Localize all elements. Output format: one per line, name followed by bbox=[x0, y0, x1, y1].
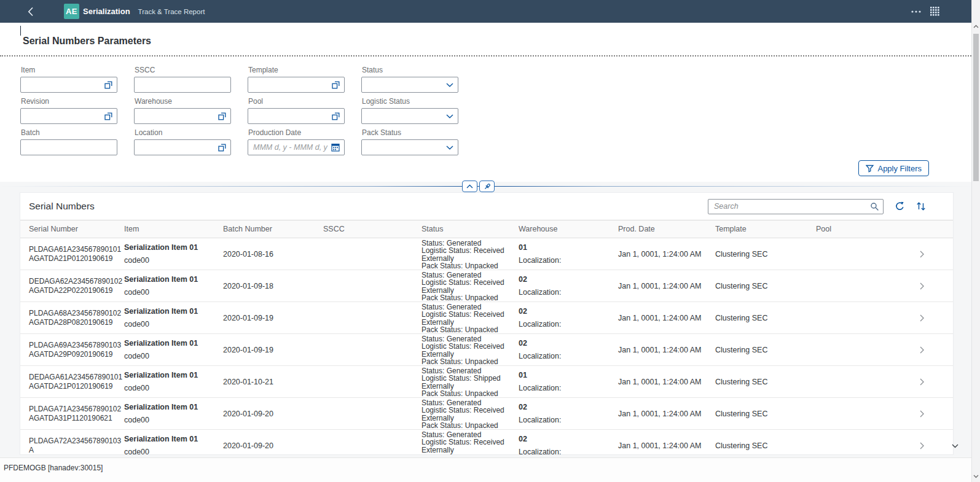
vertical-scrollbar[interactable] bbox=[971, 0, 980, 482]
filter-field-input[interactable] bbox=[362, 109, 458, 123]
logistic-status-line: Logistic Status: Received Externally bbox=[421, 343, 516, 358]
filter-field-input[interactable] bbox=[248, 109, 344, 123]
filter-form: Item bbox=[20, 66, 458, 160]
apply-filters-button[interactable]: Apply Filters bbox=[858, 160, 929, 176]
filter-field-label: Revision bbox=[21, 97, 117, 106]
filter-row-2: Revision bbox=[20, 97, 458, 124]
warehouse-localization: Localization: bbox=[519, 257, 613, 265]
cell-status: Status: Generated Logistic Status: Recei… bbox=[421, 270, 519, 302]
row-navigation-chevron[interactable] bbox=[911, 302, 953, 334]
column-header: Status bbox=[421, 225, 519, 233]
overflow-menu-button[interactable] bbox=[911, 10, 921, 14]
scrollbar-down-arrow[interactable] bbox=[972, 475, 980, 478]
system-connection-text: PFDEMOGB [hanadev:30015] bbox=[4, 464, 103, 472]
filter-field-input[interactable] bbox=[248, 77, 344, 92]
chevron-right-icon bbox=[920, 378, 924, 386]
chevron-down-icon[interactable] bbox=[446, 109, 453, 123]
refresh-icon bbox=[895, 201, 905, 212]
filter-field: Template bbox=[248, 66, 345, 93]
cell-item: Serialization Item 01 code00 bbox=[124, 371, 223, 392]
back-button[interactable] bbox=[25, 6, 37, 18]
filter-field-box bbox=[248, 139, 345, 155]
cell-prod-date: Jan 1, 0001, 1:24:00 AM bbox=[618, 250, 715, 258]
item-name: Serialization Item 01 bbox=[124, 371, 218, 379]
item-name: Serialization Item 01 bbox=[124, 403, 218, 411]
warehouse-number: 02 bbox=[519, 403, 613, 411]
filter-field-input[interactable] bbox=[135, 77, 230, 92]
filter-field-box bbox=[20, 108, 117, 124]
filter-field-input[interactable] bbox=[362, 77, 458, 92]
value-help-icon[interactable] bbox=[104, 77, 112, 92]
filter-field-input[interactable] bbox=[248, 140, 344, 155]
scroll-down-hint[interactable] bbox=[950, 441, 960, 451]
cell-item: Serialization Item 01 code00 bbox=[124, 307, 223, 328]
pack-status-line: Pack Status: Unpacked bbox=[421, 390, 516, 397]
value-help-icon[interactable] bbox=[218, 140, 226, 155]
table-row[interactable]: PLDAGA61A234567890101AGATDA21P0120190619… bbox=[20, 238, 953, 270]
value-help-icon[interactable] bbox=[104, 109, 112, 123]
cell-item: Serialization Item 01 code00 bbox=[124, 339, 223, 360]
cell-item: Serialization Item 01 code00 bbox=[124, 403, 223, 424]
item-code: code00 bbox=[124, 257, 218, 265]
filter-field-input[interactable] bbox=[21, 140, 117, 155]
column-header: Template bbox=[715, 225, 816, 233]
calendar-icon[interactable] bbox=[331, 140, 340, 155]
table-row[interactable]: PLDAGA68A234567890102AGATDA28P0820190619… bbox=[20, 302, 953, 334]
value-help-icon[interactable] bbox=[332, 109, 340, 123]
app-switcher-grid-icon bbox=[930, 7, 940, 16]
value-help-icon[interactable] bbox=[332, 77, 340, 92]
filter-field-box bbox=[361, 139, 458, 155]
pin-panel-button[interactable] bbox=[479, 181, 495, 192]
row-navigation-chevron[interactable] bbox=[911, 366, 953, 398]
filter-field-box bbox=[361, 77, 458, 93]
search-input[interactable] bbox=[708, 200, 883, 214]
scrollbar-up-arrow[interactable] bbox=[972, 25, 980, 28]
table-row[interactable]: PLDAGA71A234567890102AGATDA31P1120190621… bbox=[20, 398, 953, 430]
row-navigation-chevron[interactable] bbox=[911, 270, 953, 302]
refresh-button[interactable] bbox=[895, 201, 905, 212]
app-title: Serialization bbox=[83, 7, 130, 16]
filter-field-label: Location bbox=[135, 128, 231, 137]
logistic-status-line: Logistic Status: Received Externally bbox=[421, 247, 516, 262]
table-row[interactable]: PLDAGA69A234567890103AGATDA29P0920190619… bbox=[20, 334, 953, 366]
collapse-panel-button[interactable] bbox=[462, 181, 477, 192]
filter-field-input[interactable] bbox=[21, 109, 117, 123]
item-name: Serialization Item 01 bbox=[124, 275, 218, 284]
table-row[interactable]: DEDAGA62A234567890102AGATDA22P0220190619… bbox=[20, 270, 953, 302]
column-header: Serial Number bbox=[29, 225, 124, 233]
search-box bbox=[708, 199, 884, 214]
app-switcher-button[interactable] bbox=[930, 7, 940, 16]
search-icon[interactable] bbox=[870, 200, 879, 214]
filter-field-box bbox=[248, 108, 345, 124]
filter-field-input[interactable] bbox=[135, 140, 230, 155]
app-logo: AE bbox=[64, 4, 79, 19]
filter-field-input[interactable] bbox=[135, 109, 230, 123]
row-navigation-chevron[interactable] bbox=[911, 334, 953, 366]
cell-template: Clustering SEC bbox=[715, 378, 816, 386]
logistic-status-line: Logistic Status: Received Externally bbox=[421, 438, 516, 454]
scrollbar-thumb[interactable] bbox=[973, 34, 979, 181]
table-body: PLDAGA61A234567890101AGATDA21P0120190619… bbox=[20, 238, 953, 455]
filter-field-input[interactable] bbox=[21, 77, 117, 92]
logistic-status-line: Logistic Status: Received Externally bbox=[421, 279, 516, 294]
warehouse-number: 01 bbox=[519, 371, 613, 379]
row-navigation-chevron[interactable] bbox=[911, 398, 953, 430]
filter-field: Batch bbox=[20, 128, 117, 155]
cell-batch-number: 2020-01-10-21 bbox=[223, 378, 323, 386]
sort-button[interactable] bbox=[916, 201, 926, 211]
value-help-icon[interactable] bbox=[218, 109, 226, 123]
row-navigation-chevron[interactable] bbox=[911, 238, 953, 270]
chevron-down-icon[interactable] bbox=[446, 77, 453, 92]
cell-warehouse: 01 Localization: bbox=[519, 371, 618, 392]
chevron-down-icon[interactable] bbox=[446, 140, 453, 155]
table-row[interactable]: DEDAGA61A234567890101AGATDA21P0120190619… bbox=[20, 366, 953, 398]
filter-field-box bbox=[20, 77, 117, 93]
cell-template: Clustering SEC bbox=[715, 282, 816, 290]
filter-field-input[interactable] bbox=[362, 140, 458, 155]
chevron-right-icon bbox=[920, 282, 924, 290]
chevron-down-icon bbox=[952, 444, 958, 448]
row-navigation-chevron[interactable] bbox=[911, 430, 953, 455]
table-row[interactable]: PLDAGA72A234567890103A Serialization Ite… bbox=[20, 430, 953, 455]
cell-prod-date: Jan 1, 0001, 1:24:00 AM bbox=[618, 314, 715, 322]
cell-warehouse: 02 Localization: bbox=[519, 307, 618, 328]
